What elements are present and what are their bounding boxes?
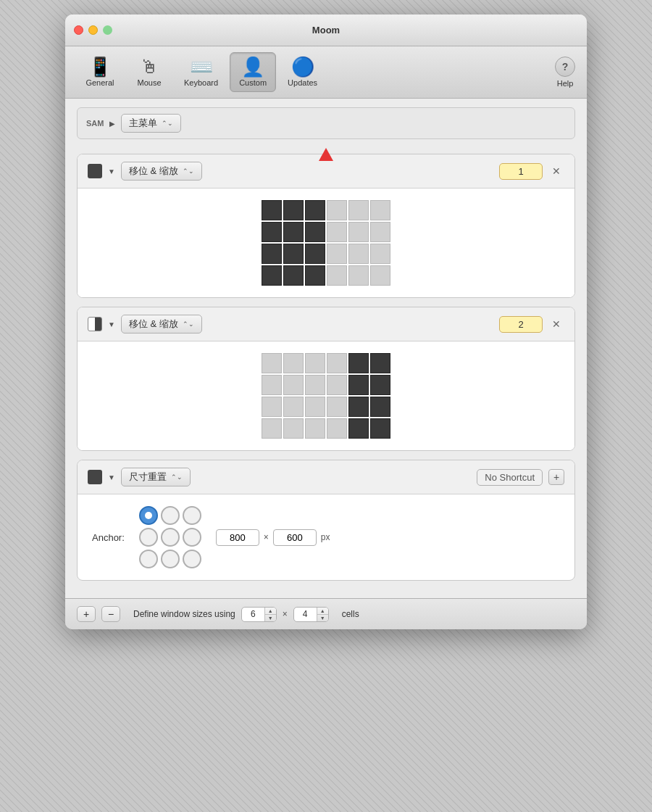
grid-cell[interactable]: [348, 418, 369, 439]
close-btn-1[interactable]: ✕: [548, 163, 564, 179]
grid-cell[interactable]: [348, 200, 369, 220]
grid-cell[interactable]: [283, 397, 304, 417]
grid-cell[interactable]: [283, 222, 304, 242]
grid-cell[interactable]: [283, 418, 304, 439]
toolbar-item-custom[interactable]: 👤 Custom: [230, 52, 276, 92]
anchor-dot[interactable]: [139, 550, 158, 568]
anchor-dot[interactable]: [161, 528, 180, 547]
grid-cell[interactable]: [305, 353, 325, 373]
grid-cell[interactable]: [370, 353, 390, 373]
cols-stepper-arrows[interactable]: ▲ ▼: [265, 608, 276, 621]
anchor-grid: [139, 506, 201, 568]
grid-cell[interactable]: [262, 265, 282, 286]
grid-cell[interactable]: [305, 265, 325, 286]
rows-down-arrow[interactable]: ▼: [317, 615, 328, 621]
grid-cell[interactable]: [283, 353, 304, 373]
rows-up-arrow[interactable]: ▲: [317, 608, 328, 614]
grid-cell[interactable]: [305, 418, 325, 439]
grid-cell[interactable]: [305, 200, 325, 220]
section-title-button-1[interactable]: 移位 & 缩放 ⌃⌄: [121, 162, 202, 181]
grid-cell[interactable]: [283, 375, 304, 395]
grid-cell[interactable]: [370, 200, 390, 220]
anchor-dot[interactable]: [183, 506, 201, 525]
anchor-dot[interactable]: [161, 506, 180, 525]
grid-cell[interactable]: [327, 200, 347, 220]
size-inputs: × px: [216, 529, 330, 546]
remove-button[interactable]: −: [101, 606, 120, 622]
toolbar-item-keyboard[interactable]: ⌨️ Keyboard: [175, 53, 227, 91]
grid-cell[interactable]: [370, 265, 390, 286]
section-title-button-3[interactable]: 尺寸重置 ⌃⌄: [121, 468, 191, 486]
anchor-dot[interactable]: [139, 528, 158, 547]
sam-menu-arrow-icon: ⌃⌄: [162, 120, 173, 127]
grid-cell[interactable]: [348, 397, 369, 417]
help-button[interactable]: ?: [555, 57, 575, 77]
grid-cell[interactable]: [262, 397, 282, 417]
toolbar-item-general[interactable]: 📱 General: [77, 53, 123, 91]
anchor-dot[interactable]: [139, 506, 158, 525]
grid-cell[interactable]: [283, 265, 304, 286]
grid-cell[interactable]: [370, 244, 390, 264]
grid-cell[interactable]: [348, 244, 369, 264]
sam-menu-button[interactable]: 主菜单 ⌃⌄: [121, 114, 181, 133]
grid-cell[interactable]: [262, 222, 282, 242]
shortcut-field-3[interactable]: No Shortcut: [477, 469, 543, 486]
anchor-dot[interactable]: [161, 550, 180, 568]
grid-cell[interactable]: [348, 353, 369, 373]
grid-cell[interactable]: [283, 244, 304, 264]
shortcut-field-2[interactable]: 2: [499, 316, 543, 333]
grid-cell[interactable]: [305, 375, 325, 395]
grid-cell[interactable]: [370, 222, 390, 242]
toolbar-item-updates[interactable]: 🔵 Updates: [279, 53, 326, 91]
grid-cell[interactable]: [348, 265, 369, 286]
close-btn-2[interactable]: ✕: [548, 316, 564, 332]
cols-up-arrow[interactable]: ▲: [265, 608, 276, 614]
bottom-times: ×: [283, 609, 288, 619]
window-title: Moom: [312, 25, 340, 36]
grid-cell[interactable]: [262, 353, 282, 373]
rows-stepper-arrows[interactable]: ▲ ▼: [317, 608, 328, 621]
grid-cell[interactable]: [370, 418, 390, 439]
minimize-button[interactable]: [88, 25, 98, 35]
plus-btn-3[interactable]: +: [548, 469, 564, 485]
section-title-button-2[interactable]: 移位 & 缩放 ⌃⌄: [121, 315, 202, 334]
anchor-dot[interactable]: [183, 528, 201, 547]
shortcut-field-1[interactable]: 1: [499, 163, 543, 180]
grid-cell[interactable]: [348, 222, 369, 242]
anchor-dot[interactable]: [183, 550, 201, 568]
grid-cell[interactable]: [327, 397, 347, 417]
content: SAM ▶ 主菜单 ⌃⌄ ▼ 移位 & 缩放 ⌃⌄ 1 ✕: [65, 99, 587, 598]
grid-cell[interactable]: [262, 244, 282, 264]
grid-cell[interactable]: [327, 353, 347, 373]
maximize-button[interactable]: [103, 25, 112, 35]
grid-cell[interactable]: [370, 397, 390, 417]
grid-cell[interactable]: [283, 200, 304, 220]
grid-cell[interactable]: [262, 418, 282, 439]
grid-cell[interactable]: [327, 222, 347, 242]
grid-cell[interactable]: [327, 418, 347, 439]
chevron-icon-1: ▼: [108, 167, 115, 175]
cols-down-arrow[interactable]: ▼: [265, 615, 276, 621]
grid-cell[interactable]: [370, 375, 390, 395]
grid-cell[interactable]: [305, 397, 325, 417]
grid-cell[interactable]: [262, 200, 282, 220]
toolbar-item-mouse[interactable]: 🖱 Mouse: [126, 53, 172, 91]
grid-cell[interactable]: [327, 244, 347, 264]
grid-cell[interactable]: [305, 222, 325, 242]
keyboard-label: Keyboard: [184, 78, 218, 87]
grid-cell[interactable]: [262, 375, 282, 395]
add-button[interactable]: +: [77, 606, 96, 622]
section-card-2: ▼ 移位 & 缩放 ⌃⌄ 2 ✕: [77, 307, 575, 451]
height-input[interactable]: [273, 529, 317, 546]
rows-stepper[interactable]: 4 ▲ ▼: [293, 607, 329, 622]
keyboard-icon: ⌨️: [190, 57, 213, 76]
updates-icon: 🔵: [291, 57, 314, 76]
width-input[interactable]: [216, 529, 259, 546]
grid-cell[interactable]: [327, 265, 347, 286]
cols-stepper[interactable]: 6 ▲ ▼: [241, 607, 277, 622]
grid-cell[interactable]: [348, 375, 369, 395]
close-button[interactable]: [74, 25, 83, 35]
grid-cell[interactable]: [327, 375, 347, 395]
anchor-label: Anchor:: [92, 532, 125, 543]
grid-cell[interactable]: [305, 244, 325, 264]
